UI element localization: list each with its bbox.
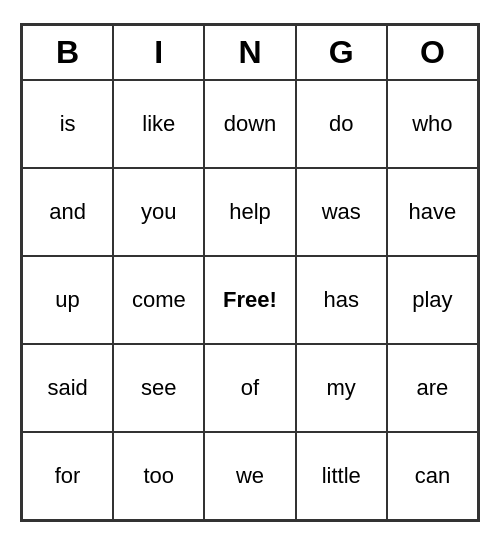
cell-2-1: and <box>22 168 113 256</box>
cell-3-4: has <box>296 256 387 344</box>
cell-1-1: is <box>22 80 113 168</box>
cell-1-4: do <box>296 80 387 168</box>
cell-4-5: are <box>387 344 478 432</box>
cell-4-2: see <box>113 344 204 432</box>
cell-5-2: too <box>113 432 204 520</box>
bingo-header-row: B I N G O <box>22 25 478 80</box>
bingo-card: B I N G O is like down do who and you he… <box>20 23 480 522</box>
bingo-row-4: said see of my are <box>22 344 478 432</box>
cell-5-4: little <box>296 432 387 520</box>
bingo-row-2: and you help was have <box>22 168 478 256</box>
cell-1-5: who <box>387 80 478 168</box>
header-n: N <box>204 25 295 80</box>
cell-4-3: of <box>204 344 295 432</box>
cell-5-1: for <box>22 432 113 520</box>
bingo-row-3: up come Free! has play <box>22 256 478 344</box>
header-i: I <box>113 25 204 80</box>
header-o: O <box>387 25 478 80</box>
bingo-row-5: for too we little can <box>22 432 478 520</box>
cell-5-3: we <box>204 432 295 520</box>
cell-3-2: come <box>113 256 204 344</box>
cell-1-2: like <box>113 80 204 168</box>
cell-1-3: down <box>204 80 295 168</box>
cell-5-5: can <box>387 432 478 520</box>
header-g: G <box>296 25 387 80</box>
cell-4-1: said <box>22 344 113 432</box>
cell-3-3-free: Free! <box>204 256 295 344</box>
cell-3-1: up <box>22 256 113 344</box>
cell-4-4: my <box>296 344 387 432</box>
bingo-row-1: is like down do who <box>22 80 478 168</box>
cell-2-5: have <box>387 168 478 256</box>
cell-2-2: you <box>113 168 204 256</box>
header-b: B <box>22 25 113 80</box>
cell-2-4: was <box>296 168 387 256</box>
cell-3-5: play <box>387 256 478 344</box>
cell-2-3: help <box>204 168 295 256</box>
